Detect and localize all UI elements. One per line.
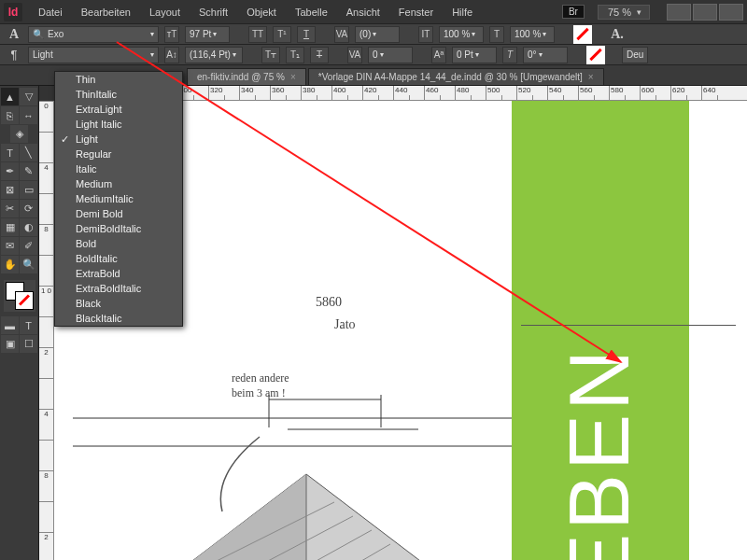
kerning-field[interactable]: (0) [355,26,400,43]
superscript-icon[interactable]: T¹ [273,26,291,43]
pen-tool[interactable]: ✒ [1,162,19,180]
hand-note-1: reden andere [232,371,289,385]
gradient-feather-tool[interactable]: ◐ [20,218,37,236]
type-tool[interactable]: T [1,144,19,161]
document-tab-1[interactable]: en-fiktiv.indd @ 75 % × [187,68,306,85]
font-style-option[interactable]: Black [55,296,182,311]
font-style-option[interactable]: MediumItalic [55,191,182,206]
baseline-field[interactable]: 0 Pt [452,47,497,63]
preview[interactable]: ☐ [20,335,37,353]
line-tool[interactable]: ╲ [20,144,37,161]
font-family-field[interactable]: 🔍 Exo ▾ [28,26,159,43]
transform-tool[interactable]: ⟳ [20,200,37,217]
direct-select-tool[interactable]: ▽ [20,88,37,105]
font-style-option[interactable]: Thin [55,72,182,87]
font-family-value: Exo [48,29,63,39]
app-logo: Id [4,3,22,21]
font-size-icon: тТ [164,26,179,43]
skew-field[interactable]: 0° [523,47,568,63]
paragraph-format-icon[interactable]: ¶ [6,47,22,63]
close-icon[interactable]: × [290,72,296,82]
font-style-option[interactable]: Italic [55,161,182,176]
font-style-option[interactable]: ExtraBoldItalic [55,281,182,296]
hand-tool[interactable]: ✋ [1,256,19,273]
font-size-field[interactable]: 97 Pt [185,26,230,43]
normal-view[interactable]: ▣ [1,335,19,353]
page-tool[interactable]: ⎘ [1,106,19,124]
allcaps-icon[interactable]: TT [248,26,267,43]
content-tool[interactable]: ◈ [10,125,28,143]
control-bar-row2: ¶ Light ▾ A↕ (116,4 Pt) Tᴛ T₁ T VA 0 Aª … [0,45,747,65]
tab1-label: en-fiktiv.indd @ 75 % [197,72,285,82]
menu-fenster[interactable]: Fenster [390,0,442,23]
strike-icon[interactable]: T [310,47,329,63]
vertical-ruler[interactable]: 0481 02482 [39,101,54,560]
selection-tool[interactable]: ▲ [1,88,19,105]
close-icon[interactable]: × [588,72,594,82]
font-style-option[interactable]: Demi Bold [55,206,182,221]
skew-icon: T [502,47,517,63]
menu-datei[interactable]: Datei [30,0,71,23]
note-tool[interactable]: ✉ [1,237,19,255]
control-bar-row1: A 🔍 Exo ▾ тТ 97 Pt TT T¹ T VA (0) IT 100… [0,24,747,45]
subscript-icon[interactable]: T₁ [286,47,304,63]
font-style-option[interactable]: ExtraLight [55,102,182,117]
font-style-field[interactable]: Light ▾ [28,47,159,63]
menu-hilfe[interactable]: Hilfe [444,0,481,23]
menu-bearbeiten[interactable]: Bearbeiten [73,0,139,23]
zoom-tool[interactable]: 🔍 [20,256,37,273]
hscale-field[interactable]: 100 % [510,26,555,43]
app-menubar: Id Datei Bearbeiten Layout Schrift Objek… [0,0,747,24]
gradient-tool[interactable]: ▦ [1,218,19,236]
pencil-tool[interactable]: ✎ [20,162,37,180]
font-style-option[interactable]: Bold [55,236,182,251]
fill-swatch[interactable] [573,25,592,44]
font-style-option[interactable]: BoldItalic [55,251,182,266]
font-style-dropdown[interactable]: ThinThinItalicExtraLightLight ItalicLigh… [54,71,183,327]
font-style-option[interactable]: Light Italic [55,117,182,132]
font-style-option[interactable]: Medium [55,176,182,191]
char-style-icon[interactable]: A. [609,26,626,43]
underline-icon[interactable]: T [297,26,316,43]
leben-text: LEBEN [553,346,649,560]
arrange-docs-icon[interactable] [719,4,743,21]
view-options-icon[interactable] [667,4,691,21]
language-field[interactable]: Deu [622,47,648,63]
menu-tabelle[interactable]: Tabelle [287,0,336,23]
rect-tool[interactable]: ▭ [20,181,37,199]
menu-objekt[interactable]: Objekt [238,0,285,23]
leading-icon: A↕ [164,47,179,63]
screen-mode-icon[interactable] [693,4,717,21]
scissors-tool[interactable]: ✂ [1,200,19,217]
vscale-field[interactable]: 100 % [439,26,484,43]
leading-field[interactable]: (116,4 Pt) [185,47,243,63]
architecture-image [73,343,558,560]
document-tab-2[interactable]: *Vorlage DIN A4-Mappe 14_44_de.indd @ 30… [308,68,604,85]
zoom-dropdown[interactable]: 75 % [598,5,650,20]
gap-tool[interactable]: ↔ [20,106,37,124]
tracking-field[interactable]: 0 [368,47,413,63]
baseline-icon: Aª [431,47,446,63]
rect-frame-tool[interactable]: ⊠ [1,181,19,199]
fill-stroke-swatch[interactable] [4,280,35,312]
character-format-icon[interactable]: A [6,26,22,43]
tab2-label: *Vorlage DIN A4-Mappe 14_44_de.indd @ 30… [318,72,583,82]
font-style-option[interactable]: BlackItalic [55,311,182,326]
apply-none[interactable]: T [20,316,37,334]
font-style-option[interactable]: Light [55,132,182,147]
stroke-swatch[interactable] [586,46,605,64]
font-style-option[interactable]: DemiBoldItalic [55,221,182,236]
smallcaps-icon[interactable]: Tᴛ [261,47,280,63]
search-icon: 🔍 [33,29,44,39]
dimension-2: Jato [334,317,356,332]
eyedrop-tool[interactable]: ✐ [20,237,37,255]
menu-schrift[interactable]: Schrift [190,0,236,23]
font-style-option[interactable]: ThinItalic [55,87,182,102]
tracking-icon: VA [347,47,362,63]
apply-color[interactable]: ▬ [1,316,19,334]
font-style-option[interactable]: ExtraBold [55,266,182,281]
font-style-option[interactable]: Regular [55,147,182,161]
menu-ansicht[interactable]: Ansicht [338,0,388,23]
menu-layout[interactable]: Layout [141,0,189,23]
bridge-badge[interactable]: Br [562,5,585,19]
